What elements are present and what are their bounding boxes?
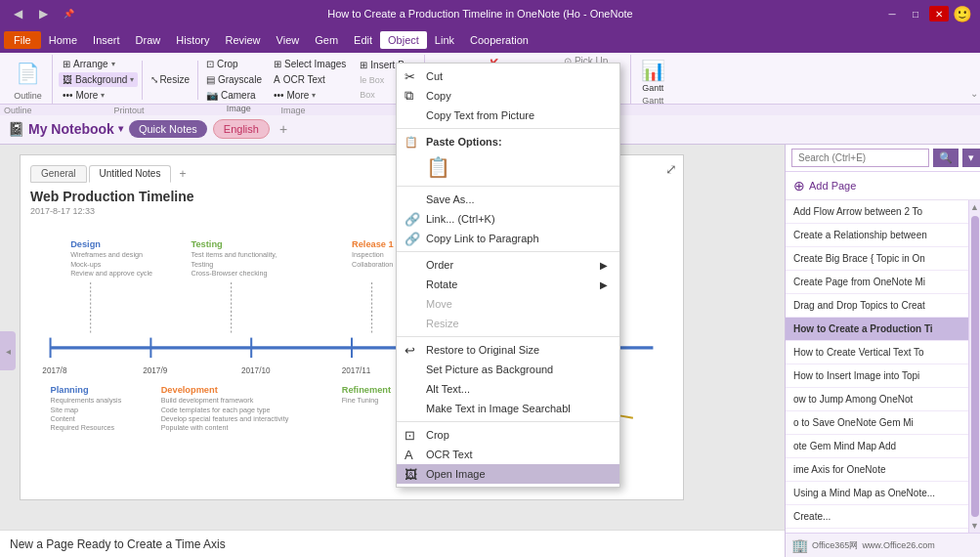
ribbon-expand-btn[interactable]: ⌄ <box>970 88 978 99</box>
svg-text:2017/8: 2017/8 <box>42 366 67 375</box>
list-item-9[interactable]: ow to Jump Among OneNot <box>786 388 968 411</box>
ribbon-image-row1: ⊞ Arrange ▾ 🖼 Background ▾ ••• More ▾ ⤡ … <box>59 57 418 103</box>
quick-notes-btn[interactable]: Quick Notes <box>129 120 207 138</box>
list-item-13[interactable]: Using a Mind Map as OneNote... <box>786 482 968 505</box>
printout-group-label: Printout <box>114 106 145 115</box>
maximize-button[interactable]: □ <box>906 6 925 21</box>
crop-label: Crop <box>426 429 449 441</box>
list-item-11[interactable]: ote Gem Mind Map Add <box>786 435 968 458</box>
english-btn[interactable]: English <box>213 119 270 139</box>
scroll-up-btn[interactable]: ▲ <box>968 200 980 214</box>
menu-item-object[interactable]: Object <box>380 31 427 49</box>
expand-btn[interactable]: ⤢ <box>665 161 677 177</box>
page-area: ◂ ⤢ General Untitled Notes + Web Product… <box>0 145 785 557</box>
add-section-btn[interactable]: + <box>173 165 192 183</box>
add-page-btn[interactable]: ⊕ Add Page <box>786 172 980 200</box>
menu-item-file[interactable]: File <box>4 31 41 49</box>
ctx-sep5 <box>397 421 619 422</box>
ctx-link[interactable]: 🔗 Link... (Ctrl+K) <box>397 209 619 229</box>
right-panel: 🔍 ▾ ⊕ Add Page Add Flow Arrow between 2 … <box>785 145 980 557</box>
ctx-make-searchable[interactable]: Make Text in Image Searchabl <box>397 399 619 418</box>
forward-button[interactable]: ▶ <box>33 6 53 21</box>
ctx-copy-link[interactable]: 🔗 Copy Link to Paragraph <box>397 229 619 248</box>
svg-text:Populate with content: Populate with content <box>161 423 229 432</box>
ctx-paste-option[interactable]: 📋 <box>397 151 619 183</box>
tab-general[interactable]: General <box>30 165 87 183</box>
grayscale-btn[interactable]: ▤ Grayscale <box>202 72 266 87</box>
more-btn2[interactable]: ••• More ▾ <box>270 88 350 103</box>
select-images-btn[interactable]: ⊞ Select Images <box>270 57 350 71</box>
image-label: Image <box>59 103 418 114</box>
menu-item-draw[interactable]: Draw <box>128 31 169 49</box>
list-item-3[interactable]: Create Big Brace { Topic in On <box>786 247 968 271</box>
notebook-title[interactable]: 📓 My Notebook ▾ <box>8 121 123 137</box>
right-scrollbar[interactable]: ▲ ▼ <box>968 200 980 533</box>
camera-btn[interactable]: 📷 Camera <box>202 88 266 103</box>
list-item-1[interactable]: Add Flow Arrow between 2 To <box>786 200 968 224</box>
ctx-rotate[interactable]: Rotate ▶ <box>397 275 619 294</box>
menu-item-home[interactable]: Home <box>41 31 85 49</box>
left-scroll-icon: ◂ <box>6 346 11 357</box>
list-item-5[interactable]: Drag and Drop Topics to Creat <box>786 294 968 318</box>
title-bar-left: ◀ ▶ 📌 <box>8 6 78 21</box>
set-background-label: Set Picture as Background <box>426 364 553 375</box>
more-arrow: ▾ <box>101 91 105 100</box>
pin-button[interactable]: 📌 <box>59 6 78 21</box>
resize-btn[interactable]: ⤡ Resize <box>147 72 193 87</box>
tab-untitled-notes[interactable]: Untitled Notes <box>89 165 172 183</box>
list-item-2[interactable]: Create a Relationship between <box>786 224 968 247</box>
search-options-btn[interactable]: ▾ <box>962 149 980 167</box>
list-item-10[interactable]: o to Save OneNote Gem Mi <box>786 411 968 435</box>
background-btn[interactable]: 🖼 Background ▾ <box>59 72 138 87</box>
menu-item-gem[interactable]: Gem <box>307 31 346 49</box>
list-item-14[interactable]: Create... <box>786 505 968 529</box>
menu-item-cooperation[interactable]: Cooperation <box>462 31 536 49</box>
scroll-down-btn[interactable]: ▼ <box>968 519 980 533</box>
ctx-ocr-text[interactable]: A OCR Text <box>397 445 619 464</box>
menu-item-view[interactable]: View <box>269 31 308 49</box>
ctx-order[interactable]: Order ▶ <box>397 255 619 275</box>
office-url: www.Office26.com <box>862 540 934 550</box>
notebook-icon: 📓 <box>8 121 24 137</box>
ctx-open-image[interactable]: 🖼 Open Image <box>397 464 619 484</box>
search-input[interactable] <box>791 149 929 167</box>
ctx-crop[interactable]: ⊡ Crop <box>397 425 619 445</box>
list-item-4[interactable]: Create Page from OneNote Mi <box>786 271 968 294</box>
ctx-save-as[interactable]: Save As... <box>397 190 619 209</box>
crop-icon: ⊡ <box>206 59 214 69</box>
list-item-8[interactable]: How to Insert Image into Topi <box>786 364 968 388</box>
menu-item-insert[interactable]: Insert <box>85 31 128 49</box>
menu-item-edit[interactable]: Edit <box>346 31 380 49</box>
search-button[interactable]: 🔍 <box>933 149 959 167</box>
title-bar: ◀ ▶ 📌 How to Create a Production Timelin… <box>0 0 980 27</box>
scroll-thumb[interactable] <box>971 216 979 517</box>
ctx-restore[interactable]: ↩ Restore to Original Size <box>397 340 619 360</box>
gantt-btn[interactable]: 📊 Gantt <box>637 57 669 95</box>
crop-ribbon-btn[interactable]: ⊡ Crop <box>202 57 266 71</box>
order-label: Order <box>426 259 453 271</box>
close-button[interactable]: ✕ <box>929 6 949 21</box>
menu-item-link[interactable]: Link <box>427 31 462 49</box>
ctx-alt-text[interactable]: Alt Text... <box>397 379 619 399</box>
back-button[interactable]: ◀ <box>8 6 27 21</box>
arrange-btn[interactable]: ⊞ Arrange ▾ <box>59 57 138 71</box>
outline-btn[interactable]: 📄 <box>12 60 44 87</box>
more-btn-image[interactable]: ••• More ▾ <box>59 88 138 103</box>
ctx-cut[interactable]: ✂ Cut <box>397 66 619 86</box>
menu-item-history[interactable]: History <box>168 31 217 49</box>
paste-label: Paste Options: <box>426 136 502 148</box>
list-item-7[interactable]: How to Create Vertical Text To <box>786 341 968 364</box>
add-tab-btn[interactable]: + <box>276 121 291 137</box>
ctx-copy-text[interactable]: Copy Text from Picture <box>397 106 619 125</box>
ctx-copy[interactable]: ⧉ Copy <box>397 86 619 106</box>
left-scroll-handle[interactable]: ◂ <box>0 331 16 370</box>
ctx-move: Move <box>397 294 619 314</box>
ocr-text-btn[interactable]: A OCR Text <box>270 72 350 87</box>
ctx-set-background[interactable]: Set Picture as Background <box>397 360 619 379</box>
minimize-button[interactable]: ─ <box>882 6 902 21</box>
menu-item-review[interactable]: Review <box>218 31 269 49</box>
list-item-12[interactable]: ime Axis for OneNote <box>786 458 968 482</box>
svg-text:2017/10: 2017/10 <box>241 366 271 375</box>
list-item-6[interactable]: How to Create a Production Ti <box>786 318 968 341</box>
svg-text:Refinement: Refinement <box>342 385 391 395</box>
